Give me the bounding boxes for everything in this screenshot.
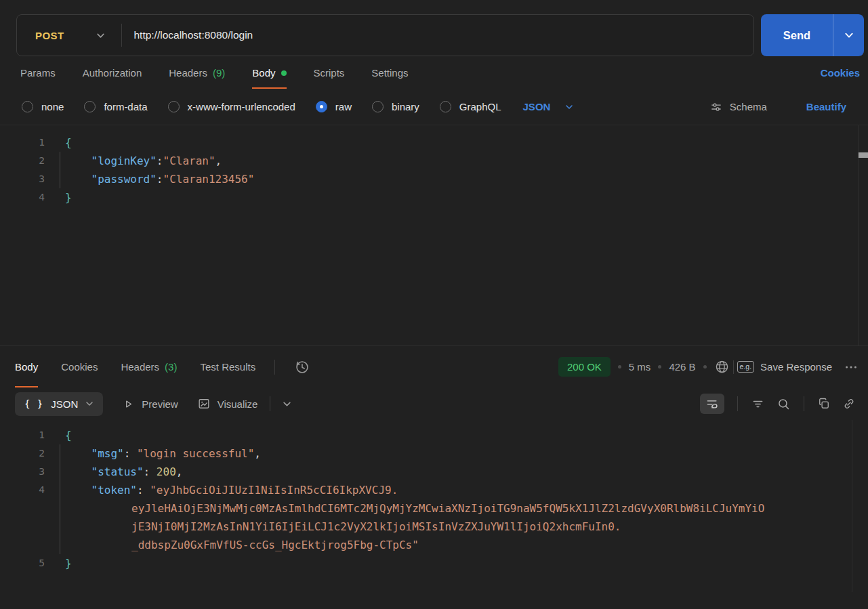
send-button-group: Send <box>761 14 864 56</box>
tab-label: Body <box>15 361 38 373</box>
beautify-button[interactable]: Beautify <box>806 101 846 112</box>
code-content: "loginKey":"Claran", <box>65 152 222 170</box>
code-line: 1{ <box>0 133 868 152</box>
response-tab-headers[interactable]: Headers(3) <box>121 346 177 387</box>
chevron-down-icon[interactable] <box>283 400 291 408</box>
scrollbar-thumb[interactable] <box>859 152 868 158</box>
radio-circle <box>440 101 451 112</box>
radio-label: form-data <box>104 101 147 112</box>
line-number: 4 <box>0 188 45 207</box>
radio-circle <box>316 101 327 112</box>
response-tab-cookies[interactable]: Cookies <box>61 346 98 387</box>
response-body-viewer[interactable]: 1{2 "msg": "login successful",3 "status"… <box>0 420 868 585</box>
code-line: 2 "loginKey":"Claran", <box>0 152 868 170</box>
tab-label: Cookies <box>61 361 98 373</box>
radio-label: binary <box>392 101 419 112</box>
language-selector[interactable]: JSON <box>523 101 574 112</box>
indent-guide <box>60 463 60 481</box>
radio-raw[interactable]: raw <box>316 101 352 112</box>
request-tabs: Cookies ParamsAuthorizationHeaders(9)Bod… <box>0 57 868 89</box>
line-number: 2 <box>0 444 45 463</box>
code-token <box>65 173 91 186</box>
code-line: 5} <box>0 554 868 572</box>
tab-count: (3) <box>165 361 177 373</box>
code-line: 4 "token": "eyJhbGciOiJIUzI1NiIsInR5cCI6… <box>0 481 868 499</box>
radio-binary[interactable]: binary <box>372 101 419 112</box>
chevron-down-icon <box>85 400 94 408</box>
url-field[interactable]: http://localhost:8080/login <box>122 29 253 41</box>
code-line: 1{ <box>0 426 868 444</box>
divider <box>274 360 275 375</box>
line-number <box>0 499 45 518</box>
code-token: _ddbspZu0GxFmVfUS-ccGs_HgcEktjrog5Fbg-CT… <box>131 539 419 551</box>
indent-guide <box>60 499 60 518</box>
chevron-down-icon <box>565 103 573 111</box>
code-token: "password" <box>91 173 157 186</box>
response-body-lines: 1{2 "msg": "login successful",3 "status"… <box>0 426 868 572</box>
tab-settings[interactable]: Settings <box>371 57 408 89</box>
response-size[interactable]: 426 B <box>669 361 695 373</box>
code-line: _ddbspZu0GxFmVfUS-ccGs_HgcEktjrog5Fbg-CT… <box>0 536 868 554</box>
cookies-link[interactable]: Cookies <box>821 67 860 79</box>
response-format-selector[interactable]: { } JSON <box>15 392 103 416</box>
radio-x-www-form-urlencoded[interactable]: x-www-form-urlencoded <box>168 101 295 112</box>
radio-graphql[interactable]: GraphQL <box>440 101 501 112</box>
braces-icon: { } <box>24 398 43 409</box>
schema-label: Schema <box>730 101 767 112</box>
code-content: } <box>65 188 72 207</box>
send-button[interactable]: Send <box>761 14 833 56</box>
status-badge[interactable]: 200 OK <box>558 357 611 377</box>
code-token: , <box>215 154 222 167</box>
request-url-bar: POST http://localhost:8080/login Send <box>0 0 868 57</box>
code-content: "token": "eyJhbGciOiJIUzI1NiIsInR5cCI6Ik… <box>65 481 398 499</box>
code-content: "status": 200, <box>65 463 182 481</box>
response-tab-body[interactable]: Body <box>15 346 38 387</box>
line-number: 1 <box>0 426 45 444</box>
code-token: "login successful" <box>137 447 254 460</box>
globe-icon[interactable] <box>714 359 730 375</box>
radio-none[interactable]: none <box>22 101 64 112</box>
radio-form-data[interactable]: form-data <box>84 101 147 112</box>
indent-guide <box>60 481 60 499</box>
code-line: 4} <box>0 188 868 207</box>
send-label: Send <box>783 29 810 42</box>
response-time[interactable]: 5 ms <box>629 361 651 373</box>
tab-authorization[interactable]: Authorization <box>83 57 142 89</box>
visualize-button[interactable]: Visualize <box>197 397 258 411</box>
send-options-button[interactable] <box>833 14 864 56</box>
history-icon[interactable] <box>294 359 310 375</box>
response-toolbar: { } JSON Preview Visualize <box>0 387 868 420</box>
filter-icon[interactable] <box>751 397 765 411</box>
line-number <box>0 536 45 554</box>
copy-icon[interactable] <box>817 397 831 411</box>
indent-guide <box>60 518 60 536</box>
sliders-icon <box>709 100 723 114</box>
code-content: _ddbspZu0GxFmVfUS-ccGs_HgcEktjrog5Fbg-CT… <box>65 536 419 554</box>
code-token: : <box>157 154 163 167</box>
method-selector[interactable]: POST <box>17 15 121 56</box>
code-token <box>65 447 91 460</box>
example-icon: e.g. <box>737 361 755 373</box>
tab-label: Params <box>20 67 56 79</box>
response-tab-test-results[interactable]: Test Results <box>200 346 255 387</box>
search-icon[interactable] <box>777 397 791 411</box>
tab-headers[interactable]: Headers(9) <box>169 57 225 89</box>
line-number: 4 <box>0 481 45 499</box>
preview-button[interactable]: Preview <box>122 398 178 411</box>
more-options-icon[interactable] <box>844 360 859 375</box>
request-body-editor[interactable]: 1{2 "loginKey":"Claran",3 "password":"Cl… <box>0 125 868 345</box>
radio-circle <box>22 101 33 112</box>
scrollbar-track <box>858 125 859 345</box>
link-icon[interactable] <box>842 397 856 411</box>
schema-button[interactable]: Schema <box>709 100 767 114</box>
code-line: 3 "status": 200, <box>0 463 868 481</box>
code-token: : <box>124 447 137 460</box>
save-response-button[interactable]: e.g. Save Response <box>737 361 832 373</box>
tab-label: Scripts <box>314 67 345 79</box>
tab-label: Settings <box>371 67 408 79</box>
tab-body[interactable]: Body <box>252 57 286 89</box>
tab-params[interactable]: Params <box>20 57 56 89</box>
tab-scripts[interactable]: Scripts <box>314 57 345 89</box>
indent-guide <box>60 444 60 463</box>
wrap-text-icon[interactable] <box>700 394 724 414</box>
